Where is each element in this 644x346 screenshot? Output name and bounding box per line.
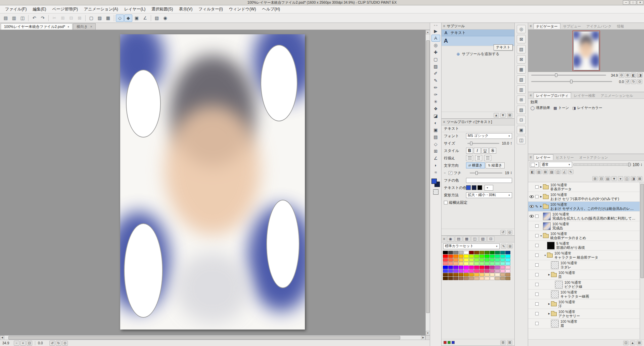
status-zoom-in-button[interactable]: + (20, 341, 26, 346)
menu-item-1[interactable]: ファイル(F) (2, 5, 30, 13)
color-swatch[interactable] (485, 277, 490, 280)
color-swatch[interactable] (448, 269, 453, 273)
color-swatch[interactable] (500, 269, 505, 273)
navigator-tab-1[interactable]: ナビゲーター (534, 23, 560, 29)
horizontal-scroll-track[interactable] (4, 336, 421, 340)
color-swatch[interactable] (500, 277, 505, 280)
color-swatch[interactable] (505, 269, 510, 273)
color-swatch[interactable] (485, 255, 490, 258)
color-swatch[interactable] (495, 255, 500, 258)
color-swatch[interactable] (453, 273, 458, 276)
navigator-view-rectangle[interactable] (572, 31, 600, 71)
status-rotate-right-button[interactable]: ↻ (56, 341, 61, 346)
eraser-tool[interactable]: ◪ (431, 112, 440, 119)
scroll-down-button[interactable]: ▼ (426, 331, 430, 335)
two-pane-view-icon[interactable]: ⊡ (623, 341, 629, 345)
color-swatch[interactable] (500, 251, 505, 254)
text-color-swatch-2[interactable] (472, 185, 476, 190)
frame-border-tool[interactable]: ⊞ (431, 148, 440, 155)
color-swatch[interactable] (505, 266, 510, 269)
border-checkbox[interactable]: ✓ (449, 171, 452, 175)
italic-button[interactable]: I (474, 148, 481, 154)
main-sub-color-widget[interactable] (431, 179, 440, 187)
undo-icon[interactable]: ↶ (30, 14, 38, 22)
ruler-icon[interactable]: ∠ (141, 14, 149, 22)
canvas-viewport[interactable]: ▲ ▼ (0, 30, 430, 335)
color-swatch[interactable] (453, 251, 458, 254)
snap-to-special-ruler-icon[interactable]: ◆ (124, 14, 132, 22)
slider-knob[interactable] (555, 73, 557, 77)
color-swatch[interactable] (469, 277, 474, 280)
reset-rotation-button[interactable]: ⊙ (637, 79, 642, 84)
color-swatch[interactable] (448, 262, 453, 265)
navigator-tab-3[interactable]: アイテムバンク (584, 23, 614, 29)
border-stepper[interactable]: ▲ ▼ (510, 171, 512, 175)
add-color-icon[interactable]: ⊞ (500, 340, 506, 345)
color-swatch[interactable] (505, 262, 510, 265)
layer-checkbox[interactable] (535, 224, 539, 228)
merge-down-icon[interactable]: ▾ (618, 176, 623, 181)
color-swatch[interactable] (490, 266, 495, 269)
layer-checkbox[interactable] (535, 322, 539, 325)
layer-check-cell[interactable] (534, 283, 539, 286)
opacity-stepper[interactable]: ▲ ▼ (641, 163, 642, 166)
copy-icon[interactable]: ⊞ (59, 14, 67, 22)
layer-row-4[interactable]: 100 %通常完成品を拡大したもの(販売店用の素材に利用しています) (528, 212, 640, 221)
menu-item-7[interactable]: 表示(V) (176, 5, 195, 13)
color-swatch[interactable] (443, 251, 448, 254)
navigator-zoom-slider[interactable] (531, 75, 606, 76)
menu-item-9[interactable]: ウィンドウ(W) (226, 5, 259, 13)
material-panel-icon-9[interactable]: ◫ (517, 136, 526, 144)
color-swatch[interactable] (474, 258, 479, 262)
color-swatch[interactable] (495, 266, 500, 269)
color-swatch[interactable] (464, 255, 469, 258)
new-file-icon[interactable]: ▤ (2, 14, 10, 22)
menu-item-4[interactable]: アニメーション(A) (81, 5, 121, 13)
layer-row-6[interactable]: ▼100 %通常統合前データのまとめ (528, 231, 640, 241)
color-history-icon[interactable]: ⊡ (487, 236, 495, 242)
color-swatch[interactable] (505, 258, 510, 262)
flip-vertical-icon[interactable]: ◨ (637, 73, 643, 77)
layer-row-3[interactable]: ✎▶100 %通常おまけ モザイク入り。この中だけは統合済みのレイヤーです (528, 202, 640, 212)
border-color-swatch[interactable] (466, 178, 512, 183)
color-swatch[interactable] (490, 251, 495, 254)
apply-mask-icon[interactable]: ◨ (631, 176, 636, 181)
color-swatch[interactable] (443, 266, 448, 269)
color-swatch[interactable] (490, 277, 495, 280)
subtool-export-icon[interactable]: ▼ (500, 113, 506, 118)
material-icon[interactable]: ▧ (153, 14, 161, 22)
color-swatch[interactable] (474, 262, 479, 265)
layer-checkbox[interactable] (535, 234, 539, 237)
layer-row-12[interactable]: 100 %通常キャラクター線画 (528, 290, 640, 299)
navigator-tab-4[interactable]: 情報 (614, 23, 627, 29)
color-swatch[interactable] (469, 269, 474, 273)
navigator-tab-2[interactable]: サブビュー (560, 23, 584, 29)
color-swatch[interactable] (490, 262, 495, 265)
text-color-swatch-3[interactable] (477, 185, 482, 190)
color-swatch[interactable] (474, 255, 479, 258)
layers-tab-1[interactable]: レイヤー (534, 154, 553, 160)
color-swatch[interactable] (459, 255, 464, 258)
color-swatch[interactable] (453, 262, 458, 265)
color-swatch[interactable] (505, 277, 510, 280)
expand-arrow-icon[interactable]: ▶ (547, 312, 551, 315)
slider-knob[interactable] (470, 142, 472, 145)
main-color-swatch[interactable] (431, 179, 437, 184)
color-slider-icon[interactable]: ▤ (455, 236, 462, 242)
color-swatch[interactable] (479, 269, 485, 273)
color-swatch[interactable] (448, 251, 453, 254)
color-swatch[interactable] (464, 277, 469, 280)
enable-mask-icon[interactable]: ◫ (555, 169, 561, 174)
align-center-button[interactable] (475, 155, 482, 161)
lock-layer-icon[interactable]: ⊠ (543, 169, 548, 174)
text-color-select[interactable]: ▼ (485, 185, 493, 191)
color-swatch[interactable] (474, 251, 479, 254)
expand-arrow-icon[interactable]: ▼ (539, 235, 543, 237)
color-swatch[interactable] (479, 255, 485, 258)
doc-tab-indicator-icon[interactable]: ✕ (90, 25, 92, 28)
new-folder-icon[interactable]: ▤ (605, 176, 610, 181)
strike-button[interactable]: S (489, 148, 496, 154)
expand-arrow-icon[interactable]: ▶ (539, 205, 543, 208)
mini-color-swatch[interactable] (444, 341, 447, 344)
balloon-tool[interactable]: ◗ (431, 162, 440, 169)
